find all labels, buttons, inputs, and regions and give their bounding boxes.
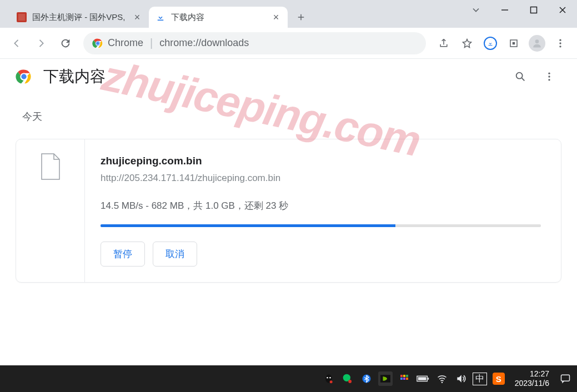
tray-time: 12:27 <box>515 369 549 379</box>
new-tab-button[interactable] <box>292 8 310 26</box>
download-body: zhujiceping.com.bin http://205.234.171.1… <box>85 139 561 282</box>
forward-button[interactable] <box>30 32 52 54</box>
close-window-button[interactable] <box>548 0 577 20</box>
tab-strip: 国外主机测评 - 国外VPS, × 下载内容 × <box>0 0 310 28</box>
window-titlebar: 国外主机测评 - 国外VPS, × 下载内容 × <box>0 0 577 28</box>
tab-favicon-red-icon <box>17 12 27 22</box>
back-button[interactable] <box>6 32 28 54</box>
minimize-button[interactable] <box>490 0 519 20</box>
svg-rect-30 <box>403 378 405 380</box>
svg-rect-28 <box>406 375 408 377</box>
svg-point-10 <box>559 46 561 47</box>
tray-nvidia-icon[interactable] <box>378 371 393 386</box>
download-progress-fill <box>101 224 395 227</box>
svg-rect-26 <box>400 375 403 377</box>
downloads-menu-button[interactable] <box>537 64 561 89</box>
avatar-icon <box>529 35 545 52</box>
site-chip-label: Chrome <box>108 37 143 49</box>
svg-point-21 <box>329 380 332 383</box>
svg-point-19 <box>327 377 328 379</box>
date-group-label: 今天 <box>0 94 577 130</box>
tab-downloads[interactable]: 下载内容 × <box>149 7 288 28</box>
tab-title: 国外主机测评 - 国外VPS, <box>32 12 128 23</box>
download-icon <box>155 12 165 22</box>
close-tab-icon[interactable]: × <box>132 12 142 22</box>
downloads-header: 下载内容 <box>0 59 577 94</box>
svg-rect-33 <box>428 378 429 380</box>
chrome-logo-icon <box>16 68 32 85</box>
tray-notifications-icon[interactable] <box>558 371 573 386</box>
download-file-name: zhujiceping.com.bin <box>101 155 541 167</box>
tray-sogou-icon[interactable]: S <box>491 371 506 386</box>
tray-app-qq-icon[interactable] <box>322 371 336 386</box>
download-icon-column <box>16 139 85 282</box>
svg-rect-6 <box>513 42 515 44</box>
svg-point-20 <box>329 377 331 379</box>
svg-rect-36 <box>561 375 570 381</box>
tray-date: 2023/11/6 <box>515 379 549 388</box>
cancel-button[interactable]: 取消 <box>153 242 197 267</box>
tray-wifi-icon[interactable] <box>435 371 449 386</box>
omnibox-separator: | <box>150 37 153 49</box>
download-item: zhujiceping.com.bin http://205.234.171.1… <box>16 139 561 283</box>
bookmark-button[interactable] <box>456 32 478 54</box>
svg-point-14 <box>516 73 523 79</box>
svg-point-15 <box>548 73 550 74</box>
svg-point-16 <box>548 76 550 77</box>
svg-rect-0 <box>531 7 537 13</box>
maximize-button[interactable] <box>519 0 548 20</box>
chrome-logo-icon <box>92 38 103 49</box>
download-progress-icon <box>484 37 497 50</box>
svg-point-8 <box>559 39 561 41</box>
omnibox-url: chrome://downloads <box>159 37 249 49</box>
tab-title: 下载内容 <box>171 12 267 23</box>
svg-point-17 <box>548 79 550 81</box>
pause-button[interactable]: 暂停 <box>101 242 145 267</box>
search-downloads-button[interactable] <box>508 64 533 89</box>
svg-rect-31 <box>406 378 408 380</box>
tray-app-colorful-icon[interactable] <box>397 371 412 386</box>
tray-ime-indicator[interactable]: 中 <box>473 371 487 386</box>
svg-point-7 <box>535 39 539 43</box>
toolbar-actions <box>433 32 571 54</box>
svg-point-9 <box>559 42 561 44</box>
reload-button[interactable] <box>54 32 77 54</box>
system-tray: 中 S 12:27 2023/11/6 <box>322 365 577 392</box>
extensions-button[interactable] <box>503 32 525 54</box>
file-icon <box>39 153 62 180</box>
browser-toolbar: Chrome | chrome://downloads <box>0 28 577 59</box>
browser-menu-button[interactable] <box>549 32 571 54</box>
tray-app-wechat-icon[interactable] <box>340 371 355 386</box>
svg-point-35 <box>441 381 443 383</box>
svg-rect-34 <box>418 377 426 380</box>
download-progress-bar <box>101 224 541 227</box>
tray-battery-icon[interactable] <box>416 371 430 386</box>
downloads-indicator[interactable] <box>479 32 501 54</box>
address-bar[interactable]: Chrome | chrome://downloads <box>83 32 426 54</box>
windows-taskbar: 中 S 12:27 2023/11/6 <box>0 365 577 392</box>
svg-rect-27 <box>403 375 405 377</box>
profile-button[interactable] <box>526 32 548 54</box>
tray-clock[interactable]: 12:27 2023/11/6 <box>510 369 554 388</box>
tray-volume-icon[interactable] <box>454 371 468 386</box>
download-url: http://205.234.171.141/zhujiceping.com.b… <box>101 173 541 184</box>
close-tab-icon[interactable]: × <box>271 12 281 22</box>
share-button[interactable] <box>433 32 455 54</box>
downloads-page: zhujiceping.com 下载内容 今天 zhujiceping.com.… <box>0 59 577 365</box>
svg-rect-29 <box>400 378 403 380</box>
tab-search-button[interactable] <box>461 0 490 20</box>
download-actions: 暂停 取消 <box>101 242 541 267</box>
page-title: 下载内容 <box>43 66 504 87</box>
svg-point-23 <box>348 380 352 383</box>
tab-vps-review[interactable]: 国外主机测评 - 国外VPS, × <box>10 7 149 28</box>
tray-bluetooth-icon[interactable] <box>359 371 374 386</box>
download-status: 14.5 MB/s - 682 MB，共 1.0 GB，还剩 23 秒 <box>101 199 541 212</box>
site-chip: Chrome <box>92 37 143 49</box>
window-controls <box>461 0 577 28</box>
